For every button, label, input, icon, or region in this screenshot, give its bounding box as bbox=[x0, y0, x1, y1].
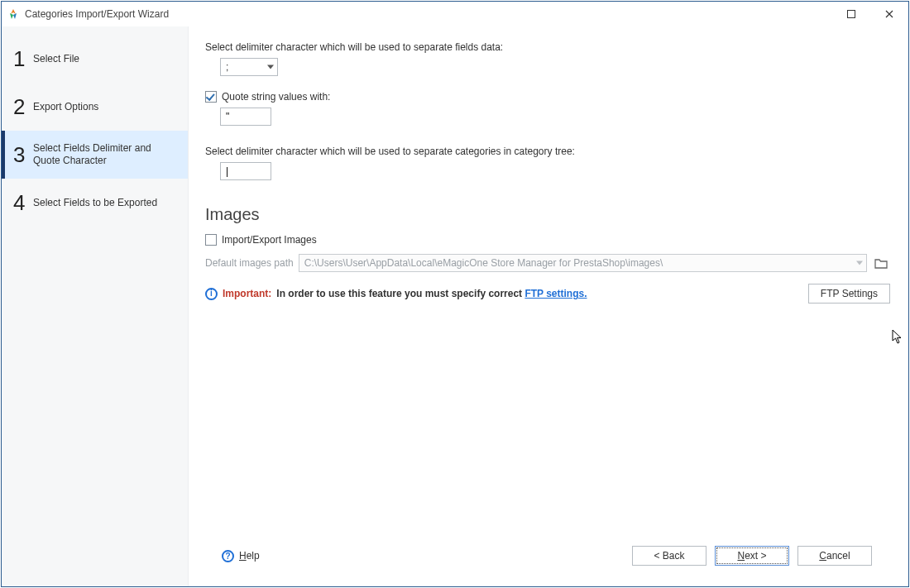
help-label: Help bbox=[239, 550, 260, 562]
quote-checkbox[interactable] bbox=[205, 91, 217, 103]
body: 1 Select File 2 Export Options 3 Select … bbox=[2, 26, 908, 586]
chevron-down-icon bbox=[267, 65, 274, 69]
wizard-footer: ? Help < Back Next > Cancel bbox=[205, 537, 890, 575]
images-section: Images Import/Export Images Default imag… bbox=[205, 205, 890, 304]
default-images-path-value: C:\Users\User\AppData\Local\eMagicOne St… bbox=[304, 257, 663, 269]
step-1[interactable]: 1 Select File bbox=[2, 35, 188, 83]
back-button-label: < Back bbox=[654, 550, 684, 562]
quote-section: Quote string values with: bbox=[205, 91, 890, 126]
window-title: Categories Import/Export Wizard bbox=[25, 8, 169, 20]
cancel-button-label: Cancel bbox=[819, 550, 850, 562]
tree-delimiter-label: Select delimiter character which will be… bbox=[205, 146, 890, 157]
quote-checkbox-label: Quote string values with: bbox=[222, 91, 330, 103]
next-button[interactable]: Next > bbox=[715, 546, 789, 566]
tree-delimiter-input[interactable] bbox=[220, 162, 271, 180]
tree-delimiter-section: Select delimiter character which will be… bbox=[205, 146, 890, 180]
important-label: Important: bbox=[223, 288, 271, 299]
wizard-window: Categories Import/Export Wizard 1 Select… bbox=[1, 1, 909, 587]
cancel-button[interactable]: Cancel bbox=[797, 546, 872, 566]
default-images-path-input[interactable]: C:\Users\User\AppData\Local\eMagicOne St… bbox=[299, 254, 867, 272]
ftp-settings-button[interactable]: FTP Settings bbox=[808, 284, 890, 304]
main-panel: Select delimiter character which will be… bbox=[189, 26, 908, 586]
close-button[interactable] bbox=[870, 2, 908, 26]
step-label: Select Fields to be Exported bbox=[33, 197, 157, 209]
info-icon: i bbox=[205, 288, 218, 300]
maximize-button[interactable] bbox=[832, 2, 870, 26]
back-button[interactable]: < Back bbox=[632, 546, 706, 566]
browse-folder-button[interactable] bbox=[872, 254, 890, 272]
import-export-images-label: Import/Export Images bbox=[222, 234, 317, 246]
ftp-settings-link[interactable]: FTP settings. bbox=[524, 288, 587, 299]
step-number: 3 bbox=[13, 142, 33, 168]
window-controls bbox=[832, 2, 908, 26]
help-icon: ? bbox=[222, 550, 234, 562]
step-label: Select File bbox=[33, 53, 79, 65]
step-2[interactable]: 2 Export Options bbox=[2, 83, 188, 131]
import-export-images-checkbox[interactable] bbox=[205, 234, 217, 246]
field-delimiter-section: Select delimiter character which will be… bbox=[205, 41, 890, 76]
step-3[interactable]: 3 Select Fields Delimiter and Quote Char… bbox=[2, 131, 188, 179]
important-text: In order to use this feature you must sp… bbox=[276, 288, 587, 299]
step-number: 4 bbox=[13, 190, 33, 216]
quote-char-input[interactable] bbox=[220, 108, 271, 126]
step-4[interactable]: 4 Select Fields to be Exported bbox=[2, 179, 188, 227]
field-delimiter-label: Select delimiter character which will be… bbox=[205, 41, 890, 53]
help-link[interactable]: ? Help bbox=[222, 550, 260, 562]
content-area: Select delimiter character which will be… bbox=[205, 41, 890, 537]
default-images-path-label: Default images path bbox=[205, 257, 294, 269]
svg-rect-0 bbox=[848, 11, 855, 18]
step-label: Export Options bbox=[33, 101, 98, 113]
titlebar: Categories Import/Export Wizard bbox=[2, 2, 908, 26]
chevron-down-icon bbox=[856, 261, 863, 265]
images-heading: Images bbox=[205, 205, 890, 224]
field-delimiter-combo[interactable]: ; bbox=[220, 58, 278, 76]
step-label: Select Fields Delimiter and Quote Charac… bbox=[33, 142, 174, 167]
next-button-label: Next > bbox=[737, 550, 766, 562]
app-icon bbox=[7, 7, 20, 21]
step-number: 2 bbox=[13, 94, 33, 120]
wizard-steps-sidebar: 1 Select File 2 Export Options 3 Select … bbox=[2, 26, 189, 586]
field-delimiter-value: ; bbox=[226, 61, 228, 73]
step-number: 1 bbox=[13, 46, 33, 72]
